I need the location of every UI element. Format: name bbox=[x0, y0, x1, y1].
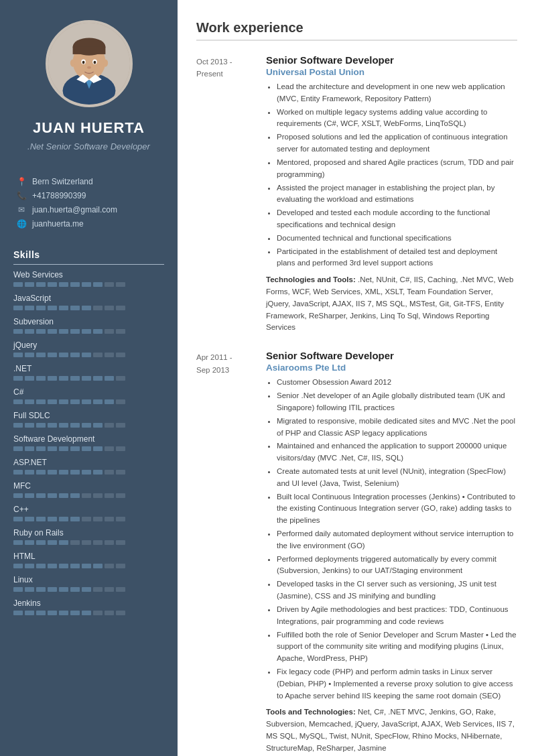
skill-name: Full SDLC bbox=[13, 411, 164, 420]
skill-segment-filled bbox=[82, 564, 91, 568]
skill-segment-filled bbox=[70, 282, 80, 287]
skill-segment-filled bbox=[25, 306, 34, 310]
sidebar: JUAN HUERTA .Net Senior Software Develop… bbox=[0, 0, 178, 756]
bullet-item: Participated in the establishment of det… bbox=[277, 246, 517, 270]
skill-bar bbox=[13, 564, 164, 568]
skill-segment-filled bbox=[48, 564, 57, 568]
skill-name: Jenkins bbox=[13, 598, 164, 608]
skill-segment-empty bbox=[105, 446, 114, 451]
skill-bar bbox=[13, 446, 164, 451]
bullet-item: Customer Obsession Award 2012 bbox=[277, 377, 517, 389]
bullet-item: Built local Continuous Integration proce… bbox=[277, 491, 517, 527]
job-bullets: Lead the architecture and development in… bbox=[266, 81, 517, 269]
skill-segment-filled bbox=[13, 564, 23, 568]
job-entry: Oct 2013 -PresentSenior Software Develop… bbox=[196, 54, 517, 334]
skill-segment-filled bbox=[93, 470, 103, 475]
skill-segment-filled bbox=[70, 587, 80, 592]
skill-segment-filled bbox=[13, 446, 23, 451]
skill-segment-filled bbox=[25, 470, 34, 475]
company-name: Asiarooms Pte Ltd bbox=[266, 363, 517, 373]
avatar bbox=[46, 20, 133, 107]
skill-segment-filled bbox=[70, 564, 80, 568]
skill-segment-filled bbox=[82, 282, 91, 287]
skill-segment-filled bbox=[48, 587, 57, 592]
skill-segment-empty bbox=[105, 329, 114, 334]
skill-segment-filled bbox=[105, 376, 114, 381]
bullet-item: Documented technical and functional spec… bbox=[277, 233, 517, 245]
person-title: .Net Senior Software Developer bbox=[27, 141, 150, 153]
skill-segment-filled bbox=[93, 376, 103, 381]
skill-item: Web Services bbox=[13, 270, 164, 287]
skill-segment-filled bbox=[70, 353, 80, 357]
skill-segment-filled bbox=[93, 399, 103, 404]
skill-segment-empty bbox=[116, 540, 125, 545]
skill-segment-filled bbox=[36, 376, 46, 381]
skill-segment-empty bbox=[105, 306, 114, 310]
skill-segment-filled bbox=[48, 470, 57, 475]
skill-item: jQuery bbox=[13, 340, 164, 357]
skill-segment-empty bbox=[116, 611, 125, 615]
skill-name: ASP.NET bbox=[13, 458, 164, 467]
skill-segment-filled bbox=[48, 376, 57, 381]
job-title: Senior Software Developer bbox=[266, 54, 517, 66]
skill-segment-filled bbox=[93, 446, 103, 451]
job-title: Senior Software Developer bbox=[266, 350, 517, 361]
bullet-item: Migrated to responsive, mobile dedicated… bbox=[277, 416, 517, 440]
skill-segment-filled bbox=[59, 587, 68, 592]
skill-segment-filled bbox=[70, 611, 80, 615]
skill-name: JavaScript bbox=[13, 294, 164, 303]
skill-bar bbox=[13, 493, 164, 498]
skill-segment-filled bbox=[70, 493, 80, 498]
skill-item: C# bbox=[13, 387, 164, 404]
bullet-item: Worked on multiple legacy systems adding… bbox=[277, 107, 517, 131]
skill-segment-filled bbox=[36, 282, 46, 287]
skill-segment-empty bbox=[116, 493, 125, 498]
skill-name: C++ bbox=[13, 505, 164, 514]
skill-item: Full SDLC bbox=[13, 411, 164, 428]
skill-segment-filled bbox=[59, 446, 68, 451]
website-text: juanhuerta.me bbox=[32, 219, 84, 229]
location-icon: 📍 bbox=[16, 177, 27, 186]
skill-segment-empty bbox=[116, 587, 125, 592]
skill-segment-filled bbox=[59, 399, 68, 404]
bullet-item: Lead the architecture and development in… bbox=[277, 81, 517, 105]
skill-segment-empty bbox=[116, 329, 125, 334]
skill-segment-filled bbox=[70, 470, 80, 475]
skill-segment-filled bbox=[82, 446, 91, 451]
bullet-item: Create automated tests at unit level (NU… bbox=[277, 466, 517, 490]
skill-segment-filled bbox=[93, 329, 103, 334]
location-text: Bern Switzerland bbox=[32, 177, 93, 186]
job-content: Senior Software DeveloperAsiarooms Pte L… bbox=[266, 350, 517, 754]
skill-segment-empty bbox=[105, 517, 114, 521]
skill-segment-filled bbox=[13, 399, 23, 404]
skill-segment-filled bbox=[48, 423, 57, 428]
skill-segment-filled bbox=[82, 611, 91, 615]
skill-segment-filled bbox=[13, 540, 23, 545]
skill-segment-filled bbox=[48, 282, 57, 287]
phone-text: +41788990399 bbox=[32, 191, 86, 200]
email-text: juan.huerta@gmail.com bbox=[32, 205, 117, 214]
bullet-item: Performed deployments triggered automati… bbox=[277, 554, 517, 578]
bullet-item: Fulfilled both the role of Senior Develo… bbox=[277, 629, 517, 665]
skill-segment-filled bbox=[93, 564, 103, 568]
skill-segment-filled bbox=[59, 564, 68, 568]
skill-segment-empty bbox=[93, 611, 103, 615]
skill-segment-empty bbox=[105, 611, 114, 615]
skill-segment-filled bbox=[59, 329, 68, 334]
bullet-item: Driven by Agile methodologies and best p… bbox=[277, 604, 517, 628]
contact-location: 📍 Bern Switzerland bbox=[16, 177, 164, 186]
skill-bar bbox=[13, 329, 164, 334]
skill-segment-filled bbox=[70, 446, 80, 451]
job-content: Senior Software DeveloperUniversal Posta… bbox=[266, 54, 517, 334]
skill-segment-empty bbox=[105, 353, 114, 357]
bullet-item: Mentored, proposed and shared Agile prac… bbox=[277, 157, 517, 181]
svg-point-10 bbox=[82, 61, 84, 64]
skill-segment-filled bbox=[82, 470, 91, 475]
skill-segment-empty bbox=[116, 446, 125, 451]
main-content: Work experience Oct 2013 -PresentSenior … bbox=[178, 0, 536, 756]
skill-segment-filled bbox=[105, 399, 114, 404]
skill-segment-filled bbox=[48, 493, 57, 498]
skill-segment-filled bbox=[13, 282, 23, 287]
svg-point-12 bbox=[87, 66, 91, 69]
skill-segment-empty bbox=[82, 493, 91, 498]
